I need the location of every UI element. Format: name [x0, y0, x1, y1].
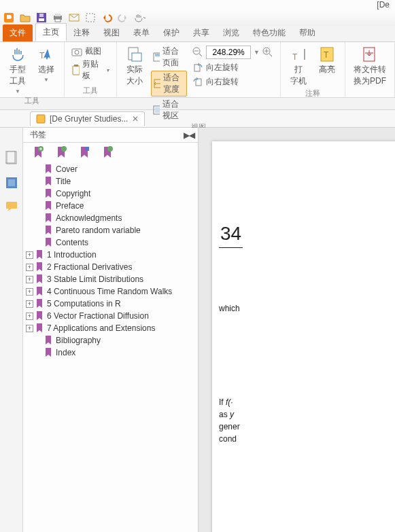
dropdown-icon: ▾ — [107, 67, 109, 73]
fit-page-button[interactable]: 适合页面 — [151, 45, 187, 69]
bookmark-item[interactable]: +4 Continuous Time Random Walks — [26, 285, 198, 298]
tab-view[interactable]: 视图 — [97, 24, 126, 41]
bookmark-item[interactable]: +6 Vector Fractional Diffusion — [26, 310, 198, 322]
bookmark-label: 4 Continuous Time Random Walks — [47, 287, 172, 296]
bookmark-item[interactable]: +7 Applications and Extensions — [26, 322, 198, 334]
tab-feature[interactable]: 特色功能 — [246, 24, 292, 41]
highlight-button[interactable]: T 高亮 — [315, 45, 339, 88]
bookmark-item[interactable]: +2 Fractional Derivatives — [26, 261, 198, 273]
bookmark-icon — [35, 299, 44, 308]
svg-text:T: T — [292, 52, 298, 62]
bookmark-item[interactable]: Index — [26, 347, 198, 359]
select-tool-button[interactable]: T 选择 ▼ — [34, 45, 58, 96]
new-bookmark-icon[interactable] — [33, 146, 44, 158]
tab-browse[interactable]: 浏览 — [216, 24, 246, 41]
expand-icon[interactable]: + — [26, 264, 33, 271]
bookmark-label: Pareto random variable — [56, 226, 141, 235]
bookmark-item[interactable]: +5 Computations in R — [26, 298, 198, 310]
bookmark-item[interactable]: +3 Stable Limit Distributions — [26, 273, 198, 285]
bookmark-panel: 书签 ▶ ◀ CoverTitleCopyrightPrefaceAcknowl… — [23, 128, 199, 532]
bookmark-flag2-icon[interactable] — [79, 146, 90, 158]
expand-icon[interactable]: + — [26, 288, 33, 296]
zoom-in-icon[interactable] — [262, 47, 273, 58]
expand-icon[interactable]: + — [26, 325, 33, 332]
screenshot-button[interactable]: 截图 — [70, 45, 103, 58]
bookmark-label: Acknowledgments — [56, 213, 122, 223]
actual-size-button[interactable]: 实际 大小 — [122, 45, 147, 88]
tab-file[interactable]: 文件 — [3, 24, 33, 41]
bookmark-icon — [35, 311, 44, 321]
bookmark-icon — [44, 238, 53, 247]
bookmark-flag3-icon[interactable] — [102, 146, 113, 158]
tab-home[interactable]: 主页 — [35, 23, 67, 41]
fit-visible-button[interactable]: 适合视区 — [151, 98, 187, 122]
rotate-left-button[interactable]: 向左旋转 — [191, 61, 275, 74]
bookmark-item[interactable]: Preface — [26, 200, 198, 212]
bookmark-item[interactable]: Bibliography — [26, 334, 198, 347]
tab-protect[interactable]: 保护 — [156, 24, 186, 41]
redo-icon[interactable] — [117, 12, 129, 24]
tab-help[interactable]: 帮助 — [292, 24, 322, 41]
page-text: which If f(· as y gener cond — [219, 302, 395, 445]
expand-icon[interactable]: + — [26, 251, 33, 259]
email-icon[interactable] — [68, 12, 80, 24]
page-viewport[interactable]: 34 which If f(· as y gener cond — [199, 128, 395, 532]
bookmark-label: Preface — [56, 201, 84, 211]
fit-width-button[interactable]: 适合宽度 — [151, 71, 187, 96]
ribbon-group-convert: 将文件转 换为PDF — [345, 42, 395, 97]
snapshot-icon[interactable] — [84, 12, 97, 24]
bookmark-icon — [35, 323, 44, 333]
bookmark-label: Cover — [56, 164, 78, 174]
print-icon[interactable] — [52, 12, 64, 24]
comments-icon[interactable] — [5, 201, 18, 212]
bookmark-item[interactable]: +1 Introduction — [26, 249, 198, 261]
bookmark-label: Bibliography — [56, 336, 101, 345]
svg-rect-13 — [74, 65, 78, 67]
bookmark-label: 5 Computations in R — [47, 299, 121, 308]
page-number: 34 — [219, 223, 243, 248]
close-icon[interactable]: ✕ — [132, 114, 139, 124]
rotate-right-button[interactable]: 向右旋转 — [191, 75, 275, 88]
svg-rect-3 — [39, 14, 44, 17]
clipboard-button[interactable]: 剪贴板 ▾ — [70, 58, 111, 82]
svg-point-38 — [107, 146, 113, 152]
document-tab[interactable]: [De Gruyter Studies... ✕ — [30, 111, 145, 126]
open-icon[interactable] — [19, 12, 31, 24]
sidebar-icons — [0, 128, 23, 532]
typewriter-button[interactable]: T 打 字机 — [286, 45, 311, 88]
bookmark-label: 3 Stable Limit Distributions — [47, 274, 143, 284]
expand-icon[interactable]: + — [26, 276, 33, 283]
collapse-icon[interactable]: ▶ ◀ — [184, 130, 194, 140]
page-thumbnails-icon[interactable] — [5, 151, 18, 164]
bookmark-item[interactable]: Pareto random variable — [26, 224, 198, 236]
hand-dropdown-icon[interactable] — [133, 12, 145, 24]
zoom-dropdown-icon[interactable]: ▼ — [254, 49, 260, 56]
bookmark-flag1-icon[interactable] — [56, 146, 67, 158]
title-bar: [De — [0, 0, 395, 10]
ribbon-group-view: 实际 大小 适合页面 适合宽度 适合视区 ▼ 向左旋转 向右旋转 视图 — [117, 42, 281, 97]
pages-icon[interactable] — [5, 177, 18, 189]
hand-tool-button[interactable]: 手型 工具 ▼ — [5, 45, 30, 96]
bookmark-label: 2 Fractional Derivatives — [47, 262, 132, 272]
bookmark-tree: CoverTitleCopyrightPrefaceAcknowledgment… — [23, 162, 198, 532]
svg-rect-15 — [132, 53, 141, 61]
zoom-input[interactable] — [206, 46, 251, 59]
bookmark-item[interactable]: Acknowledgments — [26, 212, 198, 224]
bookmark-item[interactable]: Contents — [26, 236, 198, 249]
save-icon[interactable] — [35, 12, 48, 24]
tab-comment[interactable]: 注释 — [67, 24, 97, 41]
bookmark-item[interactable]: Title — [26, 175, 198, 188]
tab-share[interactable]: 共享 — [186, 24, 216, 41]
bookmark-icon — [44, 201, 53, 211]
bookmark-item[interactable]: Cover — [26, 163, 198, 175]
ribbon-group-comment: T 打 字机 T 高亮 注释 — [281, 42, 345, 97]
undo-icon[interactable] — [101, 12, 113, 24]
convert-to-pdf-button[interactable]: 将文件转 换为PDF — [351, 45, 389, 88]
expand-icon[interactable]: + — [26, 300, 33, 308]
expand-icon[interactable]: + — [26, 313, 33, 320]
bookmark-item[interactable]: Copyright — [26, 188, 198, 200]
svg-rect-33 — [8, 179, 15, 186]
zoom-out-icon[interactable] — [192, 47, 203, 58]
tab-form[interactable]: 表单 — [126, 24, 156, 41]
bookmark-icon — [35, 274, 44, 284]
